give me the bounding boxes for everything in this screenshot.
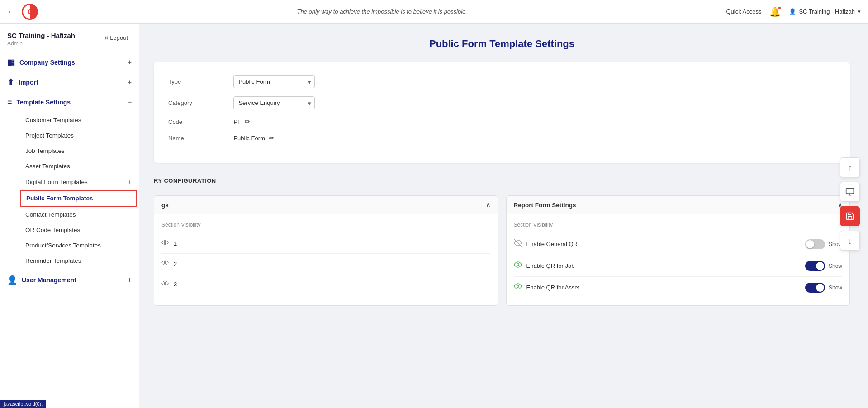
svg-rect-3 <box>846 189 854 194</box>
enable-general-qr-icon <box>514 239 522 249</box>
template-settings-icon: ≡ <box>7 97 12 107</box>
category-select-wrapper: Service Enquiry <box>233 96 315 109</box>
field-code-label: Code <box>168 119 223 125</box>
enable-general-qr-label: Enable General QR <box>526 241 805 247</box>
import-icon: ⬆ <box>7 77 14 87</box>
left-panel-body: Section Visibility 👁 1 👁 2 👁 3 <box>154 214 498 301</box>
nav-group-import-header[interactable]: ⬆ Import + <box>0 73 139 92</box>
sidebar-item-job-templates[interactable]: Job Templates <box>20 143 137 158</box>
fab-up[interactable]: ↑ <box>840 157 860 177</box>
item2-icon: 👁 <box>161 259 169 268</box>
logout-button[interactable]: ⇥ Logout <box>98 32 132 44</box>
nav-group-user-management: 👤 User Management + <box>0 270 139 289</box>
topbar-right: Quick Access 🔔 👤 SC Training - Hafizah ▾ <box>726 6 861 17</box>
digital-form-expand-icon: + <box>128 178 132 185</box>
left-panel-title: gs <box>161 202 169 209</box>
enable-qr-asset-toggle[interactable] <box>805 283 825 293</box>
code-text: PF <box>233 119 241 125</box>
enable-qr-job-show: Show <box>829 263 842 269</box>
field-name-label: Name <box>168 135 223 142</box>
main-layout: SC Training - Hafizah Admin ⇥ Logout ▦ C… <box>0 24 868 408</box>
left-panel-header[interactable]: gs ∧ <box>154 196 498 214</box>
user-management-expand-icon: + <box>128 276 132 284</box>
user-name-label: SC Training - Hafizah <box>799 8 855 15</box>
main-content: Public Form Template Settings Type : Pub… <box>139 24 868 408</box>
sidebar: SC Training - Hafizah Admin ⇥ Logout ▦ C… <box>0 24 139 408</box>
topbar: ← C The only way to achieve the impossib… <box>0 0 868 24</box>
category-select[interactable]: Service Enquiry <box>233 96 315 109</box>
user-management-icon: 👤 <box>7 275 17 285</box>
sidebar-item-contact-templates[interactable]: Contact Templates <box>20 207 137 222</box>
type-select[interactable]: Public Form <box>233 75 315 88</box>
field-type-label: Type <box>168 78 223 85</box>
left-panel-chevron: ∧ <box>486 201 490 209</box>
user-menu[interactable]: 👤 SC Training - Hafizah ▾ <box>789 8 861 15</box>
field-code-value: PF ✏ <box>233 118 251 126</box>
sidebar-item-asset-templates[interactable]: Asset Templates <box>20 159 137 174</box>
enable-qr-asset-show: Show <box>829 285 842 291</box>
nav-group-import: ⬆ Import + <box>0 73 139 92</box>
notification-dot <box>778 6 782 10</box>
item3-icon: 👁 <box>161 280 169 289</box>
js-void-bar: javascript:void(0); <box>0 400 46 408</box>
left-item-2: 👁 2 <box>161 254 490 274</box>
nav-group-template-settings-header[interactable]: ≡ Template Settings − <box>0 93 139 111</box>
report-panel-header[interactable]: Report Form Settings ∧ <box>507 196 850 214</box>
report-panel-body: Section Visibility Enable General QR <box>507 214 850 305</box>
item1-icon: 👁 <box>161 239 169 248</box>
enable-qr-job-label: Enable QR for Job <box>526 262 805 269</box>
nav-group-user-management-header[interactable]: 👤 User Management + <box>0 270 139 289</box>
toggle-enable-qr-job: Enable QR for Job Show <box>514 255 843 277</box>
app-logo: C <box>22 4 38 20</box>
field-type-value: Public Form <box>233 75 315 88</box>
left-panel-section-label: Section Visibility <box>161 222 490 228</box>
config-section-title: RY CONFIGURATION <box>154 171 850 189</box>
settings-card: Type : Public Form Category : Serv <box>154 62 850 163</box>
quick-access-button[interactable]: Quick Access <box>726 8 761 15</box>
toggle-enable-general-qr: Enable General QR Show <box>514 233 843 255</box>
profile-role: Admin <box>7 40 75 47</box>
profile-info: SC Training - Hafizah Admin <box>7 32 75 47</box>
item1-label: 1 <box>174 240 490 247</box>
notification-bell[interactable]: 🔔 <box>769 6 781 17</box>
company-settings-icon: ▦ <box>7 57 15 67</box>
report-panel-title: Report Form Settings <box>514 202 576 209</box>
sidebar-profile: SC Training - Hafizah Admin ⇥ Logout <box>0 24 139 51</box>
config-section: RY CONFIGURATION gs ∧ Section Visibility… <box>154 171 850 306</box>
enable-qr-asset-icon <box>514 282 522 293</box>
report-form-settings-panel: Report Form Settings ∧ Section Visibilit… <box>506 195 850 306</box>
import-label: Import <box>19 79 38 86</box>
fab-column: ↑ ↓ <box>840 157 860 251</box>
toggle-enable-qr-asset: Enable QR for Asset Show <box>514 277 843 298</box>
sidebar-item-qr-code-templates[interactable]: QR Code Templates <box>20 223 137 237</box>
field-name-value: Public Form ✏ <box>233 134 274 142</box>
name-edit-icon[interactable]: ✏ <box>269 134 275 142</box>
sidebar-nav: ▦ Company Settings + ⬆ Import + ≡ Templa… <box>0 51 139 292</box>
code-edit-icon[interactable]: ✏ <box>245 118 251 126</box>
report-section-visibility-label: Section Visibility <box>514 222 843 228</box>
sidebar-item-public-form-templates[interactable]: Public Form Templates <box>20 190 137 207</box>
enable-qr-job-icon <box>514 261 522 271</box>
fab-monitor[interactable] <box>840 182 860 202</box>
template-settings-expand-icon: − <box>128 98 132 106</box>
topbar-motto: The only way to achieve the impossible i… <box>38 8 726 15</box>
fab-down[interactable]: ↓ <box>840 231 860 251</box>
sidebar-item-product-services-templates[interactable]: Product/Services Templates <box>20 238 137 253</box>
sidebar-item-customer-templates[interactable]: Customer Templates <box>20 113 137 128</box>
sidebar-item-project-templates[interactable]: Project Templates <box>20 128 137 143</box>
sidebar-item-reminder-templates[interactable]: Reminder Templates <box>20 253 137 268</box>
field-category-label: Category <box>168 100 223 106</box>
back-button[interactable]: ← <box>7 6 16 17</box>
sidebar-item-digital-form-templates[interactable]: Digital Form Templates + <box>20 174 137 190</box>
svg-point-1 <box>517 264 519 266</box>
nav-group-template-settings: ≡ Template Settings − Customer Templates… <box>0 93 139 270</box>
page-title: Public Form Template Settings <box>154 38 850 50</box>
company-settings-label: Company Settings <box>19 59 75 66</box>
enable-general-qr-toggle[interactable] <box>805 239 825 249</box>
template-settings-sub-items: Customer Templates Project Templates Job… <box>0 111 139 270</box>
nav-group-company-settings-header[interactable]: ▦ Company Settings + <box>0 53 139 72</box>
fab-save[interactable] <box>840 206 860 226</box>
user-management-label: User Management <box>22 276 76 284</box>
import-expand-icon: + <box>128 78 132 86</box>
enable-qr-job-toggle[interactable] <box>805 261 825 271</box>
